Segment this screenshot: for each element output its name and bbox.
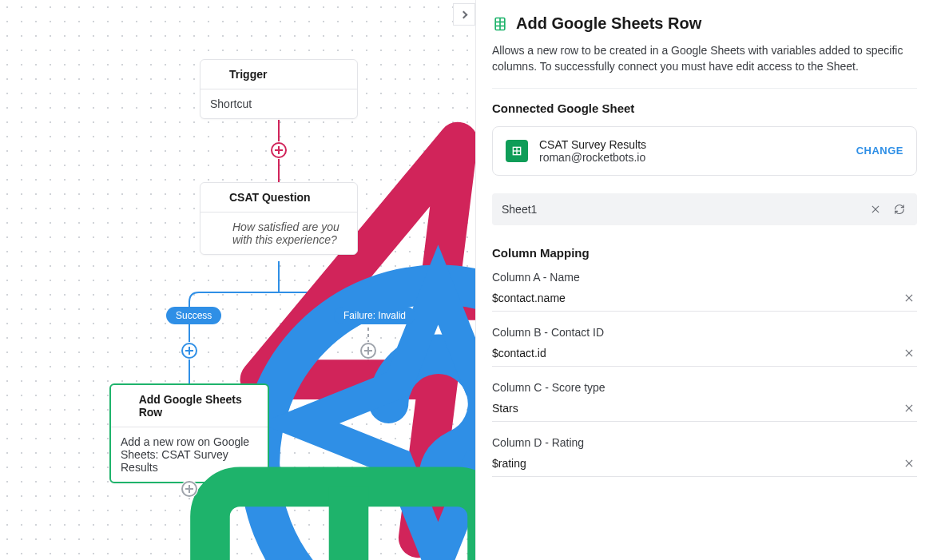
google-sheets-logo-icon [506,140,528,162]
node-trigger[interactable]: Trigger Shortcut [200,59,358,119]
sparkle-icon [210,220,224,235]
node-body: How satisfied are you with this experien… [232,220,347,246]
sheet-tab-selector[interactable]: Sheet1 [492,193,917,225]
svg-point-9 [260,284,475,560]
sidebar-title: Add Google Sheets Row [516,14,701,33]
svg-point-10 [423,536,455,560]
node-title: Trigger [229,68,267,81]
node-action[interactable]: Add Google Sheets Row Add a new row on G… [109,383,269,483]
clear-input-button[interactable] [901,455,917,471]
branch-pill-failure[interactable]: Failure: Invalid [334,307,415,324]
node-question[interactable]: CSAT Question How satisfied are you with… [200,182,358,255]
refresh-button[interactable] [891,201,907,217]
clear-input-button[interactable] [901,290,917,306]
column-label: Column D - Rating [492,436,917,449]
add-step-button[interactable] [270,141,288,159]
add-step-button[interactable] [181,480,198,498]
chevron-right-icon [459,10,467,18]
node-body: Add a new row on Google Sheets: CSAT Sur… [111,427,268,482]
node-title: CSAT Question [229,191,311,204]
connected-sheet-card: CSAT Survey Results roman@rocketbots.io … [492,126,917,176]
column-a-input[interactable] [492,292,901,304]
column-c-input[interactable] [492,402,901,415]
collapse-sidebar-button[interactable] [453,3,475,26]
section-connected-sheet: Connected Google Sheet [492,101,917,115]
clear-input-button[interactable] [901,345,917,361]
node-body: Shortcut [200,89,357,118]
column-label: Column C - Score type [492,381,917,394]
column-label: Column A - Name [492,271,917,284]
node-title: Add Google Sheets Row [139,393,258,419]
add-step-button[interactable] [181,342,198,359]
svg-point-14 [361,344,375,358]
section-column-mapping: Column Mapping [492,246,917,260]
add-step-button[interactable] [359,342,377,359]
sheets-icon [492,16,508,32]
column-label: Column B - Contact ID [492,326,917,339]
clear-input-button[interactable] [901,400,917,416]
svg-rect-17 [210,487,475,560]
workflow-canvas[interactable]: Trigger Shortcut CSAT Question How satis… [0,0,475,560]
svg-point-6 [272,143,286,157]
config-sidebar: Add Google Sheets Row Allows a new row t… [475,0,933,560]
svg-point-11 [182,344,197,358]
branch-pill-success[interactable]: Success [166,307,221,324]
sidebar-description: Allows a new row to be created in a Goog… [492,42,917,75]
question-circle-icon [210,191,223,204]
change-button[interactable]: CHANGE [856,145,903,157]
sheet-tab-name: Sheet1 [502,203,860,216]
bolt-icon [210,68,223,81]
connected-sheet-email: roman@rocketbots.io [539,151,845,164]
column-b-input[interactable] [492,347,901,359]
sheets-icon [121,399,133,412]
divider [492,88,917,89]
connected-sheet-name: CSAT Survey Results [539,138,845,151]
clear-tab-button[interactable] [867,201,883,217]
column-d-input[interactable] [492,457,901,470]
svg-point-21 [182,482,197,496]
